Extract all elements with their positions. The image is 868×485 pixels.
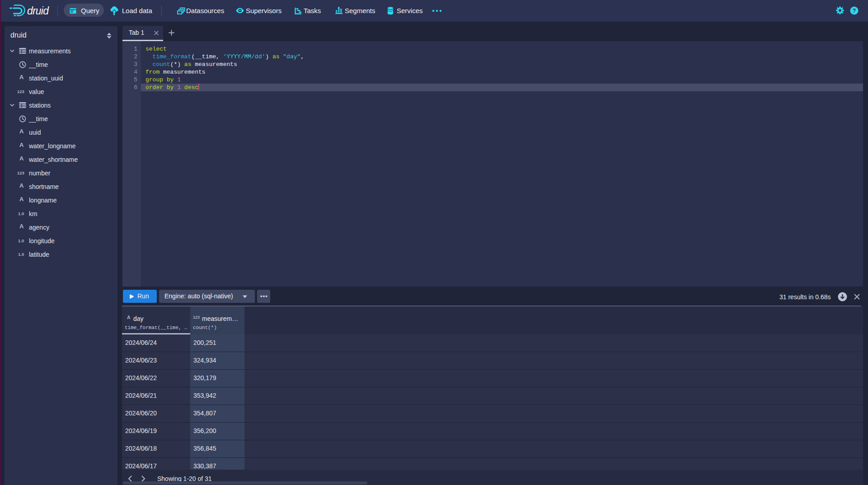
svg-text:?: ? [853,8,856,14]
